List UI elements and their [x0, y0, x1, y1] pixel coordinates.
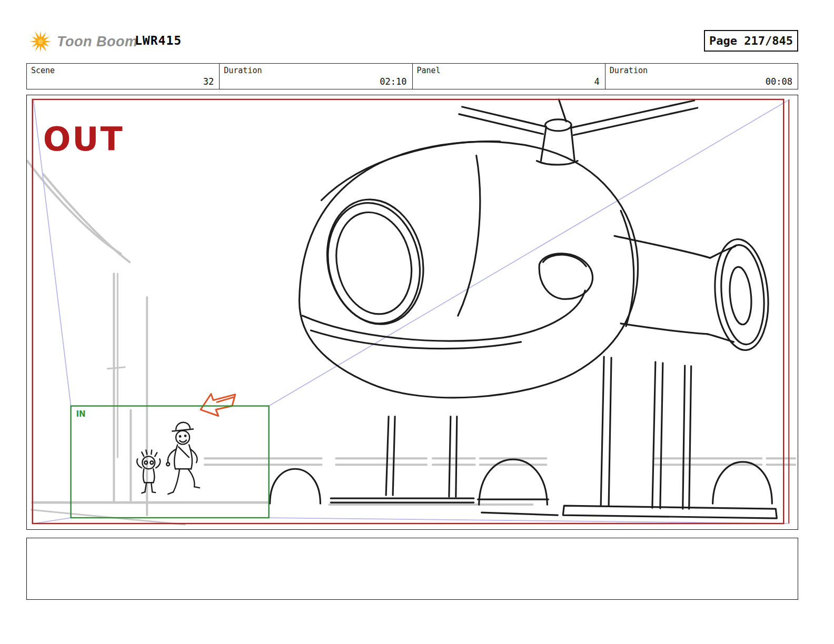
- motion-arrow: [201, 394, 235, 416]
- panel-duration-label: Duration: [610, 66, 648, 75]
- page-indicator: Page 217/845: [704, 30, 798, 52]
- out-label: OUT: [43, 120, 124, 158]
- camera-out-frame: [33, 99, 789, 524]
- info-bar: Scene 32 Duration 02:10 Panel 4 Duration…: [26, 63, 798, 89]
- storyboard-page: Toon Boom LWR415 Page 217/845 Scene 32 D…: [0, 0, 834, 644]
- in-label: IN: [76, 409, 86, 419]
- info-cell-panel: Panel 4: [412, 64, 605, 89]
- panel-duration-value: 00:08: [766, 76, 792, 87]
- project-title: LWR415: [135, 34, 182, 47]
- camera-in-frame: [71, 406, 269, 518]
- brand-text: Toon Boom: [57, 34, 137, 50]
- storyboard-panel: OUT IN: [26, 95, 798, 530]
- info-cell-scene-duration: Duration 02:10: [219, 64, 412, 89]
- info-cell-panel-duration: Duration 00:08: [605, 64, 798, 89]
- scene-label: Scene: [31, 66, 55, 75]
- starburst-icon: [28, 29, 53, 54]
- caption-box: [26, 538, 798, 600]
- scene-duration-label: Duration: [224, 66, 262, 75]
- helicopter-sketch: [270, 99, 777, 518]
- scenery-sketch: [27, 161, 795, 525]
- scene-duration-value: 02:10: [380, 76, 406, 87]
- scene-value: 32: [203, 76, 214, 87]
- panel-label: Panel: [417, 66, 441, 75]
- panel-value: 4: [594, 76, 600, 87]
- info-cell-scene: Scene 32: [27, 64, 219, 89]
- storyboard-drawing: OUT IN: [27, 95, 798, 529]
- toonboom-logo: Toon Boom: [28, 29, 137, 54]
